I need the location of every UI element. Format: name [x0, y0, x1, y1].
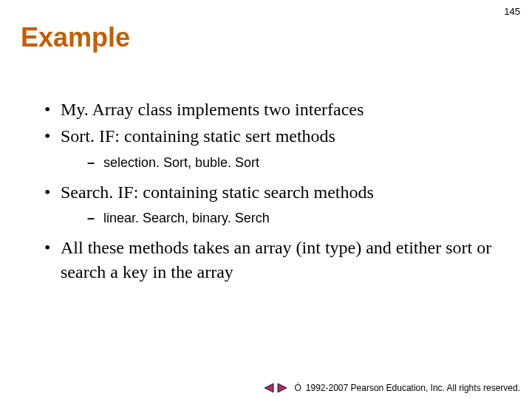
- dash-marker: –: [87, 153, 103, 173]
- svg-marker-0: [265, 383, 273, 392]
- nav-arrows: [263, 383, 288, 393]
- sub-bullet-item: – selection. Sort, buble. Sort: [44, 153, 502, 173]
- bullet-item: • Sort. IF: containing static sert metho…: [44, 124, 502, 148]
- bullet-text: Search. IF: containing static search met…: [61, 180, 502, 204]
- bullet-marker: •: [44, 236, 61, 284]
- bullet-text: All these methods takes an array (int ty…: [61, 236, 502, 284]
- bullet-text: My. Array class implements two interface…: [61, 98, 502, 121]
- bullet-item: • Search. IF: containing static search m…: [44, 180, 502, 204]
- slide-title: Example: [0, 0, 532, 53]
- bullet-marker: •: [44, 180, 61, 204]
- next-arrow-icon[interactable]: [276, 383, 288, 393]
- bullet-item: • My. Array class implements two interfa…: [44, 98, 502, 121]
- sub-bullet-text: selection. Sort, buble. Sort: [103, 153, 502, 173]
- footer: Ó 1992-2007 Pearson Education, Inc. All …: [263, 383, 520, 393]
- prev-arrow-icon[interactable]: [263, 383, 275, 393]
- bullet-item: • All these methods takes an array (int …: [44, 236, 502, 284]
- sub-bullet-text: linear. Search, binary. Serch: [103, 208, 502, 228]
- sub-bullet-item: – linear. Search, binary. Serch: [44, 208, 502, 228]
- bullet-text: Sort. IF: containing static sert methods: [61, 124, 502, 148]
- bullet-marker: •: [44, 124, 61, 148]
- copyright-symbol: Ó: [294, 383, 301, 393]
- copyright-text: 1992-2007 Pearson Education, Inc. All ri…: [306, 383, 520, 393]
- dash-marker: –: [87, 208, 103, 228]
- page-number: 145: [504, 6, 520, 17]
- bullet-marker: •: [44, 98, 61, 121]
- svg-marker-1: [278, 383, 287, 392]
- slide-content: • My. Array class implements two interfa…: [0, 53, 532, 284]
